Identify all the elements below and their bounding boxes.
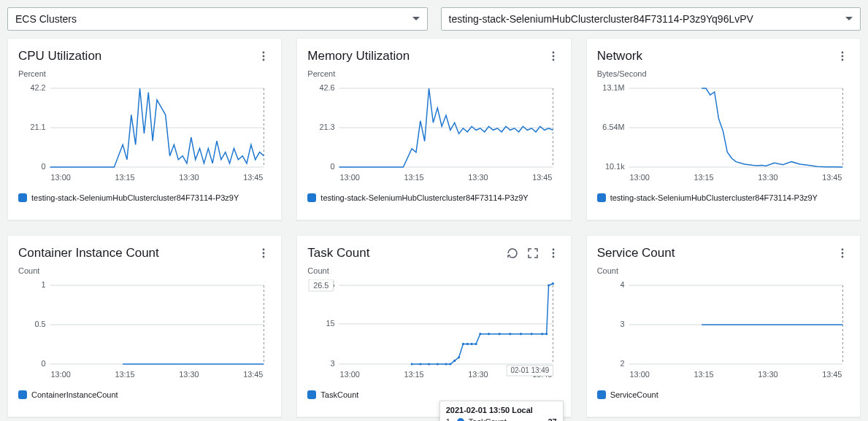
svg-text:13:45: 13:45 — [243, 370, 263, 379]
chevron-down-icon — [412, 15, 420, 23]
svg-text:3: 3 — [620, 320, 624, 328]
svg-text:13:00: 13:00 — [629, 370, 649, 379]
svg-text:13:45: 13:45 — [822, 370, 842, 379]
panel-title: Container Instance Count — [18, 246, 256, 260]
svg-point-86 — [520, 333, 522, 335]
svg-point-76 — [453, 360, 456, 362]
more-options-icon[interactable] — [546, 246, 561, 260]
legend-swatch — [307, 390, 316, 399]
panel-actions — [835, 246, 850, 260]
svg-point-14 — [552, 52, 554, 54]
legend-label: ContainerInstanceCount — [31, 390, 118, 399]
svg-point-91 — [552, 282, 554, 285]
svg-text:13:45: 13:45 — [822, 173, 842, 182]
more-options-icon[interactable] — [546, 49, 561, 63]
unit-label: Count — [18, 266, 271, 275]
svg-text:0.5: 0.5 — [34, 320, 45, 328]
svg-text:13:30: 13:30 — [469, 370, 488, 379]
chart[interactable]: 31526.513:0013:1513:3013:4526.502-01 13:… — [307, 279, 560, 382]
svg-text:13:00: 13:00 — [51, 173, 71, 182]
svg-point-73 — [437, 363, 439, 365]
legend-label: TaskCount — [320, 390, 358, 399]
dropdown-scope[interactable]: ECS Clusters — [7, 7, 428, 31]
panel-actions — [256, 246, 271, 260]
panel-title: Network — [597, 49, 835, 63]
svg-text:13:30: 13:30 — [179, 370, 199, 379]
svg-text:42.6: 42.6 — [320, 83, 335, 92]
svg-text:13:15: 13:15 — [694, 370, 713, 379]
unit-label: Percent — [307, 69, 560, 78]
panel-actions — [546, 49, 561, 63]
svg-point-83 — [488, 333, 490, 335]
dropdown-resource-value: testing-stack-SeleniumHubClustercluster8… — [449, 13, 846, 25]
svg-text:6.54M: 6.54M — [602, 123, 624, 131]
svg-text:0: 0 — [42, 162, 46, 171]
chart[interactable]: 10.1k6.54M13.1M13:0013:1513:3013:45 — [597, 82, 850, 185]
svg-point-89 — [545, 333, 548, 335]
svg-text:13:15: 13:15 — [404, 370, 424, 379]
expand-icon[interactable] — [526, 246, 540, 260]
svg-text:0: 0 — [42, 359, 46, 368]
svg-text:13:30: 13:30 — [179, 173, 199, 182]
more-options-icon[interactable] — [256, 49, 271, 63]
dropdown-scope-value: ECS Clusters — [15, 13, 412, 25]
panel-actions — [505, 246, 561, 260]
chart[interactable]: 00.5113:0013:1513:3013:45 — [18, 279, 271, 382]
unit-label: Percent — [18, 69, 271, 78]
svg-text:13:30: 13:30 — [758, 173, 777, 182]
svg-point-80 — [471, 343, 473, 345]
legend: testing-stack-SeleniumHubClustercluster8… — [18, 193, 271, 202]
legend-swatch — [597, 390, 606, 399]
svg-point-85 — [510, 333, 512, 335]
svg-text:13:45: 13:45 — [533, 173, 553, 182]
svg-text:2: 2 — [620, 359, 624, 368]
svg-point-77 — [458, 356, 460, 358]
svg-point-70 — [411, 363, 413, 365]
more-options-icon[interactable] — [256, 246, 271, 260]
svg-point-72 — [428, 363, 430, 365]
svg-point-84 — [499, 333, 501, 335]
svg-text:4: 4 — [620, 280, 624, 289]
svg-text:13:15: 13:15 — [404, 173, 424, 182]
svg-text:21.1: 21.1 — [30, 123, 45, 131]
svg-point-57 — [552, 252, 554, 255]
unit-label: Count — [307, 266, 560, 275]
chart[interactable]: 23413:0013:1513:3013:45 — [597, 279, 850, 382]
panel-title: Memory Utilization — [307, 49, 545, 63]
svg-point-29 — [842, 55, 844, 58]
svg-point-15 — [552, 55, 554, 58]
legend: ContainerInstanceCount — [18, 390, 271, 399]
svg-text:02-01 13:49: 02-01 13:49 — [511, 366, 550, 374]
tooltip-index: 1. — [446, 417, 453, 421]
legend: testing-stack-SeleniumHubClustercluster8… — [307, 193, 560, 202]
chart[interactable]: 021.142.213:0013:1513:3013:45 — [18, 82, 271, 185]
refresh-icon[interactable] — [505, 246, 520, 260]
legend-swatch — [597, 193, 606, 202]
svg-point-90 — [548, 284, 550, 286]
svg-text:13:30: 13:30 — [758, 370, 777, 379]
legend-label: ServiceCount — [610, 390, 658, 399]
svg-text:10.1k: 10.1k — [605, 162, 625, 171]
svg-text:13.1M: 13.1M — [602, 83, 624, 92]
panel-container-instance-count: Container Instance Count Count 00.5113:0… — [7, 235, 282, 417]
svg-text:42.2: 42.2 — [30, 83, 45, 92]
unit-label: Bytes/Second — [597, 69, 850, 78]
svg-point-42 — [263, 249, 265, 251]
legend: testing-stack-SeleniumHubClustercluster8… — [597, 193, 850, 202]
legend-swatch — [18, 390, 27, 399]
panel-title: Service Count — [597, 246, 835, 260]
svg-point-98 — [842, 256, 844, 258]
more-options-icon[interactable] — [835, 49, 850, 63]
svg-point-81 — [475, 343, 477, 345]
svg-point-28 — [842, 52, 844, 54]
svg-text:26.5: 26.5 — [314, 281, 329, 290]
more-options-icon[interactable] — [835, 246, 850, 260]
legend-swatch — [307, 193, 316, 202]
unit-label: Count — [597, 266, 850, 275]
dropdown-resource[interactable]: testing-stack-SeleniumHubClustercluster8… — [441, 7, 861, 31]
tooltip-value: 27 — [548, 417, 556, 421]
svg-point-79 — [466, 343, 469, 345]
svg-text:15: 15 — [326, 319, 335, 328]
chart[interactable]: 021.342.613:0013:1513:3013:45 — [307, 82, 560, 185]
svg-point-2 — [263, 59, 265, 61]
